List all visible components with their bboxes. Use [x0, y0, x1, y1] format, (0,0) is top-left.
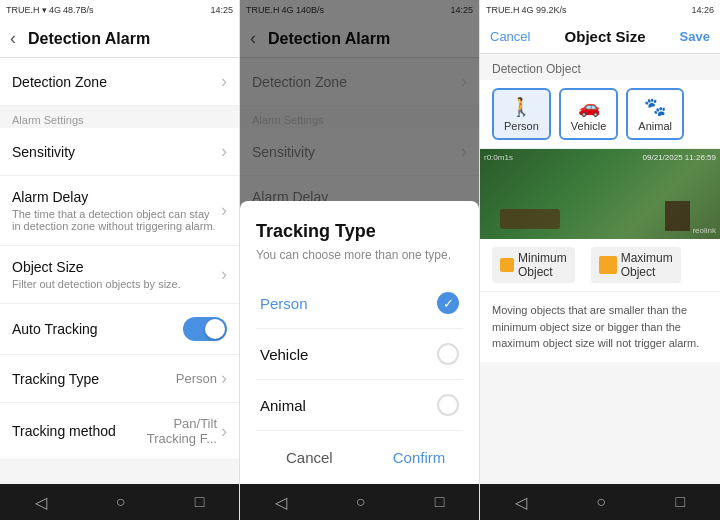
auto-tracking-item[interactable]: Auto Tracking [0, 304, 239, 355]
tracking-type-right: Person [176, 368, 227, 389]
object-size-sub: Filter out detection objects by size. [12, 278, 181, 290]
detection-object-label: Detection Object [480, 54, 720, 80]
animal-chip-label: Animal [638, 120, 672, 132]
dialog-radio-person [437, 292, 459, 314]
animal-icon: 🐾 [644, 96, 666, 118]
minimum-object-label: MinimumObject [518, 251, 567, 279]
object-size-content: Object Size Filter out detection objects… [12, 259, 181, 290]
wifi-1: 48.7B/s [63, 5, 94, 15]
detection-zone-label: Detection Zone [12, 74, 107, 90]
status-right-3: 14:26 [691, 5, 714, 15]
back-nav-icon-2[interactable]: ◁ [275, 493, 287, 512]
tracking-method-value: Pan/Tilt Tracking F... [137, 416, 217, 446]
camera-furniture [500, 209, 560, 229]
vehicle-icon: 🚗 [578, 96, 600, 118]
nav-bar-3: ◁ ○ □ [480, 484, 720, 520]
camera-preview: r0:0m1s 09/21/2025 11:26:59 reolink [480, 149, 720, 239]
sensitivity-label: Sensitivity [12, 144, 75, 160]
cancel-button-3[interactable]: Cancel [490, 29, 530, 44]
object-size-item[interactable]: Object Size Filter out detection objects… [0, 246, 239, 304]
dialog-option-animal-label: Animal [260, 397, 306, 414]
alarm-delay-label: Alarm Delay [12, 189, 221, 205]
auto-tracking-label: Auto Tracking [12, 321, 98, 337]
dialog-option-vehicle-label: Vehicle [260, 346, 308, 363]
carrier-3: TRUE.H [486, 5, 520, 15]
tracking-type-dialog: Tracking Type You can choose more than o… [240, 201, 479, 484]
dialog-title: Tracking Type [256, 221, 463, 242]
nav-bar-1: ◁ ○ □ [0, 484, 239, 520]
page-title-3: Object Size [565, 28, 646, 45]
camera-overlay-text: r0:0m1s [484, 153, 513, 162]
tracking-type-item[interactable]: Tracking Type Person [0, 355, 239, 403]
status-left-3: TRUE.H 4G 99.2K/s [486, 5, 567, 15]
object-size-label: Object Size [12, 259, 181, 275]
back-nav-icon-1[interactable]: ◁ [35, 493, 47, 512]
dialog-option-person[interactable]: Person [256, 278, 463, 329]
tracking-method-item[interactable]: Tracking method Pan/Tilt Tracking F... [0, 403, 239, 460]
home-nav-icon-2[interactable]: ○ [356, 493, 366, 511]
status-bar-1: TRUE.H ▾ 4G 48.7B/s 14:25 [0, 0, 239, 20]
tracking-method-label: Tracking method [12, 423, 116, 439]
tracking-method-chevron [221, 421, 227, 442]
tracking-method-right: Pan/Tilt Tracking F... [137, 416, 227, 446]
save-button-3[interactable]: Save [680, 29, 710, 44]
dialog-radio-animal [437, 394, 459, 416]
max-size-icon [599, 256, 617, 274]
detection-zone-item[interactable]: Detection Zone [0, 58, 239, 106]
dialog-option-animal[interactable]: Animal [256, 380, 463, 431]
home-nav-icon-3[interactable]: ○ [596, 493, 606, 511]
tracking-type-chevron [221, 368, 227, 389]
nav-bar-2: ◁ ○ □ [240, 484, 479, 520]
auto-tracking-toggle[interactable] [183, 317, 227, 341]
min-size-icon [500, 258, 514, 272]
dialog-subtitle: You can choose more than one type. [256, 248, 463, 262]
home-nav-icon-1[interactable]: ○ [116, 493, 126, 511]
recents-nav-icon-3[interactable]: □ [676, 493, 686, 511]
object-size-chevron [221, 264, 227, 285]
camera-object [665, 201, 690, 231]
camera-watermark: reolink [692, 226, 716, 235]
maximum-object-label: MaximumObject [621, 251, 673, 279]
panel-3: TRUE.H 4G 99.2K/s 14:26 Cancel Object Si… [480, 0, 720, 520]
maximum-object-button[interactable]: MaximumObject [591, 247, 681, 283]
carrier-1: TRUE.H [6, 5, 40, 15]
person-icon: 🚶 [510, 96, 532, 118]
obj-chip-animal[interactable]: 🐾 Animal [626, 88, 684, 140]
signal-1: ▾ 4G [42, 5, 62, 15]
camera-timestamp: 09/21/2025 11:26:59 [643, 153, 716, 162]
sensitivity-chevron [221, 141, 227, 162]
detection-zone-chevron [221, 71, 227, 92]
recents-nav-icon-1[interactable]: □ [195, 493, 205, 511]
dialog-cancel-button[interactable]: Cancel [256, 445, 363, 470]
dialog-option-vehicle[interactable]: Vehicle [256, 329, 463, 380]
obj-type-row: 🚶 Person 🚗 Vehicle 🐾 Animal [480, 80, 720, 149]
dialog-confirm-button[interactable]: Confirm [363, 445, 476, 470]
tracking-type-label: Tracking Type [12, 371, 99, 387]
panel-1: TRUE.H ▾ 4G 48.7B/s 14:25 ‹ Detection Al… [0, 0, 240, 520]
signal-3: 4G 99.2K/s [522, 5, 567, 15]
min-max-row: MinimumObject MaximumObject [480, 239, 720, 292]
time-3: 14:26 [691, 5, 714, 15]
dialog-option-person-label: Person [260, 295, 308, 312]
alarm-settings-label: Alarm Settings [0, 106, 239, 128]
sensitivity-item[interactable]: Sensitivity [0, 128, 239, 176]
info-text: Moving objects that are smaller than the… [480, 292, 720, 362]
vehicle-chip-label: Vehicle [571, 120, 606, 132]
time-1: 14:25 [210, 5, 233, 15]
minimum-object-button[interactable]: MinimumObject [492, 247, 575, 283]
back-button-1[interactable]: ‹ [10, 28, 16, 49]
person-chip-label: Person [504, 120, 539, 132]
tracking-type-value: Person [176, 371, 217, 386]
recents-nav-icon-2[interactable]: □ [435, 493, 445, 511]
obj-chip-vehicle[interactable]: 🚗 Vehicle [559, 88, 618, 140]
status-bar-3: TRUE.H 4G 99.2K/s 14:26 [480, 0, 720, 20]
dialog-actions: Cancel Confirm [256, 431, 463, 484]
alarm-delay-content: Alarm Delay The time that a detection ob… [12, 189, 221, 232]
dialog-radio-vehicle [437, 343, 459, 365]
alarm-delay-item[interactable]: Alarm Delay The time that a detection ob… [0, 176, 239, 246]
alarm-delay-sub: The time that a detection object can sta… [12, 208, 221, 232]
status-right-1: 14:25 [210, 5, 233, 15]
obj-chip-person[interactable]: 🚶 Person [492, 88, 551, 140]
back-nav-icon-3[interactable]: ◁ [515, 493, 527, 512]
header-1: ‹ Detection Alarm [0, 20, 239, 58]
